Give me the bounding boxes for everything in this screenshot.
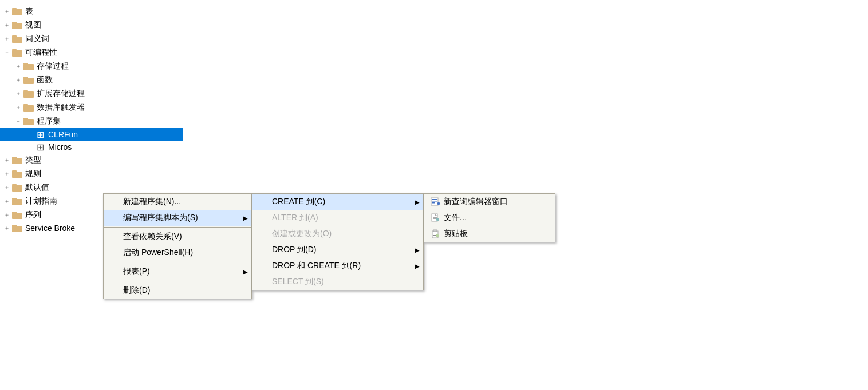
arrow-icon-reports: ▶	[243, 269, 248, 275]
tree-item-synonyms[interactable]: ＋ 同义词	[0, 32, 183, 46]
svg-rect-1	[12, 8, 17, 10]
svg-rect-11	[23, 77, 28, 78]
expand-icon-assemblies[interactable]: －	[14, 117, 23, 126]
menu-item-clipboard[interactable]: 剪贴板	[424, 226, 555, 242]
svg-rect-6	[12, 50, 22, 57]
menu-item-reports[interactable]: 报表(P) ▶	[104, 264, 251, 280]
expand-icon-types[interactable]: ＋	[2, 156, 11, 165]
label-dbtriggers: 数据库触发器	[37, 102, 85, 113]
arrow-icon-create-to: ▶	[415, 199, 420, 205]
menu-label-file: 文件...	[444, 213, 467, 223]
svg-rect-20	[12, 172, 22, 178]
svg-rect-18	[12, 158, 22, 164]
tree-item-storedproc[interactable]: ＋ 存储过程	[0, 59, 183, 73]
svg-rect-42	[433, 233, 437, 233]
powershell-icon	[108, 248, 121, 258]
menu-item-view-deps[interactable]: 查看依赖关系(V)	[104, 229, 251, 245]
expand-icon-storedproc[interactable]: ＋	[14, 62, 23, 71]
expand-icon-sequences[interactable]: ＋	[2, 210, 11, 220]
svg-rect-32	[432, 201, 437, 202]
tree-item-dbtriggers[interactable]: ＋ 数据库触发器	[0, 101, 183, 114]
menu-item-powershell[interactable]: 启动 PowerShell(H)	[104, 245, 251, 261]
expand-icon-tables[interactable]: ＋	[2, 7, 11, 16]
menu-label-script-assembly: 编写程序集脚本为(S)	[123, 213, 198, 223]
svg-rect-27	[12, 212, 17, 213]
expand-icon-rules[interactable]: ＋	[2, 169, 11, 178]
tree-item-clrfunc[interactable]: ＋ ⊞ CLRFun	[0, 128, 183, 141]
folder-icon-programmability	[11, 48, 23, 57]
tree-item-programmability[interactable]: － 可编程性	[0, 46, 183, 59]
svg-rect-16	[23, 119, 34, 125]
new-query-window-icon	[429, 197, 441, 207]
expand-icon-programmability[interactable]: －	[2, 48, 11, 57]
folder-icon-storedproc	[23, 62, 34, 71]
folder-icon-views	[11, 21, 23, 30]
folder-icon-types	[11, 156, 23, 165]
label-extstoredproc: 扩展存储过程	[37, 89, 85, 99]
svg-rect-43	[433, 234, 437, 234]
menu-label-alter-to: ALTER 到(A)	[272, 213, 318, 223]
menu-item-create-or-alter[interactable]: 创建或更改为(O)	[252, 226, 423, 242]
label-tables: 表	[25, 6, 33, 17]
menu-item-new-assembly[interactable]: 新建程序集(N)...	[104, 194, 251, 210]
svg-rect-34	[437, 202, 440, 205]
menu-item-drop-to[interactable]: DROP 到(D) ▶	[252, 242, 423, 258]
expand-icon-dbtriggers[interactable]: ＋	[14, 103, 23, 112]
expand-icon-planguide[interactable]: ＋	[2, 197, 11, 206]
svg-rect-19	[12, 157, 17, 158]
menu-item-alter-to[interactable]: ALTER 到(A)	[252, 210, 423, 226]
label-views: 视图	[25, 20, 41, 30]
assembly-icon-clrfunc: ⊞	[34, 130, 46, 139]
folder-icon-servicebroker	[11, 224, 23, 233]
menu-item-file[interactable]: 文件...	[424, 210, 555, 226]
menu-label-create-or-alter: 创建或更改为(O)	[272, 229, 332, 239]
tree-item-types[interactable]: ＋ 类型	[0, 153, 183, 167]
menu-item-delete[interactable]: 删除(D)	[104, 282, 251, 299]
svg-rect-5	[12, 35, 17, 37]
menu-label-reports: 报表(P)	[123, 266, 150, 277]
tree-item-functions[interactable]: ＋ 函数	[0, 73, 183, 87]
menu-item-script-assembly[interactable]: 编写程序集脚本为(S) ▶	[104, 210, 251, 226]
tree-item-views[interactable]: ＋ 视图	[0, 18, 183, 32]
expand-icon-synonyms[interactable]: ＋	[2, 34, 11, 43]
menu-label-select-to: SELECT 到(S)	[272, 277, 324, 287]
tree-item-assemblies[interactable]: － 程序集	[0, 114, 183, 128]
menu-item-select-to[interactable]: SELECT 到(S)	[252, 274, 423, 290]
folder-icon-planguide	[11, 197, 23, 206]
reports-icon	[108, 266, 121, 277]
svg-rect-25	[12, 198, 17, 200]
menu-label-delete: 删除(D)	[123, 285, 150, 296]
expand-icon-views[interactable]: ＋	[2, 21, 11, 30]
svg-rect-45	[436, 234, 439, 237]
tree-item-micros[interactable]: ＋ ⊞ Micros	[0, 141, 183, 153]
expand-icon-servicebroker[interactable]: ＋	[2, 224, 11, 233]
folder-icon-tables	[11, 7, 23, 16]
svg-rect-31	[432, 199, 437, 200]
file-icon	[429, 213, 441, 223]
label-sequences: 序列	[25, 210, 41, 220]
svg-rect-10	[23, 78, 34, 84]
svg-rect-33	[432, 202, 435, 204]
separator-2	[104, 262, 251, 262]
tree-item-tables[interactable]: ＋ 表	[0, 5, 183, 18]
expand-icon-extstoredproc[interactable]: ＋	[14, 89, 23, 98]
menu-item-new-query-window[interactable]: 新查询编辑器窗口	[424, 194, 555, 210]
folder-icon-rules	[11, 169, 23, 178]
svg-rect-3	[12, 22, 17, 23]
tree-item-rules[interactable]: ＋ 规则	[0, 167, 183, 181]
label-synonyms: 同义词	[25, 34, 49, 44]
arrow-icon-drop-and-create: ▶	[415, 263, 420, 269]
folder-icon-functions	[23, 75, 34, 85]
create-to-icon	[257, 197, 270, 207]
label-functions: 函数	[37, 75, 53, 85]
menu-label-new-assembly: 新建程序集(N)...	[123, 197, 181, 207]
expand-icon-functions[interactable]: ＋	[14, 75, 23, 85]
label-clrfunc: CLRFun	[48, 130, 78, 139]
label-rules: 规则	[25, 169, 41, 179]
tree-item-extstoredproc[interactable]: ＋ 扩展存储过程	[0, 87, 183, 101]
tree-item-defaults[interactable]: ＋ 默认值	[0, 181, 183, 194]
menu-item-drop-and-create[interactable]: DROP 和 CREATE 到(R) ▶	[252, 258, 423, 274]
expand-icon-defaults[interactable]: ＋	[2, 183, 11, 192]
alter-to-icon	[257, 213, 270, 223]
menu-item-create-to[interactable]: CREATE 到(C) ▶	[252, 194, 423, 210]
